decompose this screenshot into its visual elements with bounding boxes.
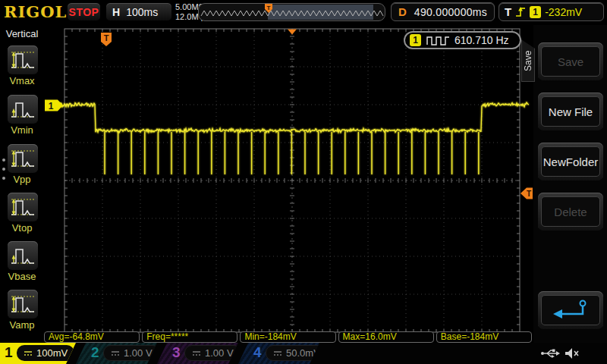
trigger-box: T 1 -232mV xyxy=(498,2,604,21)
rigol-logo: RIGOL xyxy=(4,2,67,21)
svg-text:T: T xyxy=(267,5,271,11)
freq-counter-value: 610.710 Hz xyxy=(454,34,509,46)
measurement-base: Base=-184mV xyxy=(436,331,532,343)
sidebar-item-label: Vbase xyxy=(0,271,44,282)
channel-scale-box: 1.00 V xyxy=(184,345,241,361)
menu-button-label: New File xyxy=(541,96,600,127)
channel-scale: 1.00 V xyxy=(124,347,153,359)
square-wave-icon xyxy=(426,36,450,46)
horizontal-preview-bar: T xyxy=(198,3,385,21)
timebase-value: 100ms xyxy=(126,6,158,18)
sidebar-item-label: Vmax xyxy=(0,75,44,86)
measurement-min: Min=-184mV xyxy=(240,331,335,343)
timebase-box[interactable]: H 100ms xyxy=(105,2,172,21)
delay-label: D xyxy=(398,5,407,18)
sidebar-title: Vertical xyxy=(0,28,44,39)
page-indicator-dots xyxy=(2,152,5,186)
soft-menu: Save SaveNew FileNewFolderDelete xyxy=(533,25,607,343)
svg-text:T: T xyxy=(527,190,531,198)
channel-number: 1 xyxy=(5,344,13,361)
channel-number: 3 xyxy=(172,344,181,361)
delay-value: 490.000000ms xyxy=(414,6,487,18)
measurement-freq: Freq=***** xyxy=(142,331,237,343)
channel-scale-box: 50.0mV xyxy=(266,345,328,361)
menu-button-newfolder[interactable]: NewFolder xyxy=(538,143,603,180)
channel-scale-box: 1.00 V xyxy=(103,345,160,361)
trigger-label: T xyxy=(505,5,511,18)
channel-tab-2[interactable]: 21.00 V xyxy=(76,343,157,364)
back-button[interactable] xyxy=(538,291,603,329)
measurement-avg: Avg=-64.8mV xyxy=(44,331,140,343)
sidebar-item-label: Vmin xyxy=(0,124,44,136)
vamp-icon xyxy=(8,290,38,318)
trigger-source-chip: 1 xyxy=(530,6,541,18)
dc-coupling-icon xyxy=(192,350,201,357)
channel-tab-4[interactable]: 450.0mV xyxy=(238,343,319,364)
menu-button-label: NewFolder xyxy=(541,146,600,177)
oscilloscope-screen: RIGOL STOP H 100ms 5.00MSa/s 12.0M pts T… xyxy=(0,0,607,364)
svg-text:T: T xyxy=(104,33,109,42)
waveform-display: TT1 xyxy=(44,25,533,343)
vmin-icon xyxy=(8,95,38,124)
svg-text:1: 1 xyxy=(49,101,54,111)
sidebar-item-label: Vpp xyxy=(0,174,44,185)
dc-coupling-icon xyxy=(273,350,282,357)
menu-button-label: Save xyxy=(541,46,600,77)
menu-button-label: Delete xyxy=(541,196,600,227)
speaker-muted-icon xyxy=(565,347,580,359)
menu-tab-save[interactable]: Save xyxy=(521,39,535,82)
menu-button-delete[interactable]: Delete xyxy=(538,193,603,231)
menu-button-save[interactable]: Save xyxy=(538,42,603,80)
dc-coupling-icon xyxy=(24,350,33,357)
channel-scale: 100mV xyxy=(36,347,68,359)
channel-scale: 50.0mV xyxy=(286,347,320,359)
channel-tab-3[interactable]: 31.00 V xyxy=(157,343,238,364)
status-bar: RIGOL STOP H 100ms 5.00MSa/s 12.0M pts T… xyxy=(0,0,607,25)
timebase-label: H xyxy=(112,6,120,18)
channel-number: 2 xyxy=(91,344,99,361)
sidebar-item-label: Vamp xyxy=(0,319,44,331)
measure-sidebar: Vertical VmaxVminVppVtopVbaseVamp xyxy=(0,25,44,343)
vtop-icon xyxy=(8,193,38,221)
freq-counter-channel-chip: 1 xyxy=(410,34,421,46)
return-arrow-icon xyxy=(549,298,592,322)
channel-number: 4 xyxy=(253,344,262,361)
dc-coupling-icon xyxy=(111,350,120,357)
channel-scale: 1.00 V xyxy=(205,347,234,359)
rising-edge-icon xyxy=(515,6,526,18)
vpp-icon xyxy=(8,144,38,173)
trigger-level-value: -232mV xyxy=(545,6,582,18)
display-area: TT1 1 610.710 Hz Avg=-64.8mVFreq=*****Mi… xyxy=(44,25,533,343)
usb-icon xyxy=(540,347,561,359)
channel-scale-box: 100mV xyxy=(17,345,74,361)
channel-bar: 1100mV21.00 V31.00 V450.0mV xyxy=(0,343,607,364)
menu-button-new-file[interactable]: New File xyxy=(538,93,603,130)
measurement-max: Max=16.0mV xyxy=(338,331,434,343)
vbase-icon xyxy=(8,241,38,270)
delay-box: D 490.000000ms xyxy=(391,2,495,21)
measurement-bar: Avg=-64.8mVFreq=*****Min=-184mVMax=16.0m… xyxy=(44,331,532,343)
channel-tab-1[interactable]: 1100mV xyxy=(0,343,76,364)
vmax-icon xyxy=(8,46,38,74)
run-state-indicator[interactable]: STOP xyxy=(67,2,101,21)
freq-counter: 1 610.710 Hz xyxy=(404,31,521,49)
sidebar-item-label: Vtop xyxy=(0,222,44,234)
